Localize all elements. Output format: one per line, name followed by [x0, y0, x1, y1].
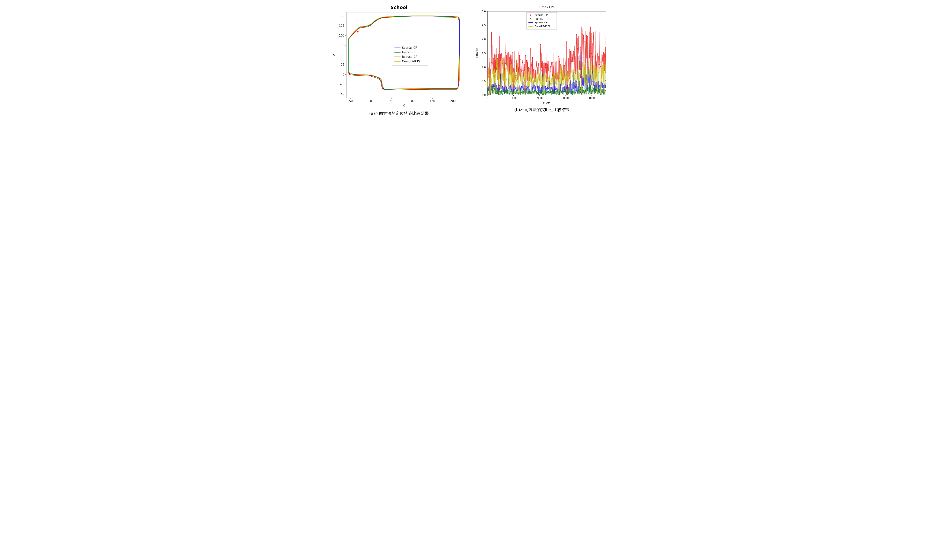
svg-text:0: 0: [370, 99, 372, 103]
svg-text:Index: Index: [543, 101, 550, 104]
svg-text:0: 0: [343, 73, 344, 76]
svg-text:Ours(FR-ICP): Ours(FR-ICP): [402, 60, 420, 63]
svg-text:Ours(FR-ICP): Ours(FR-ICP): [535, 25, 550, 28]
svg-text:Fast-ICP: Fast-ICP: [535, 17, 544, 20]
svg-text:Sparse ICP: Sparse ICP: [402, 46, 417, 49]
svg-text:4000: 4000: [589, 97, 595, 99]
svg-text:-50: -50: [348, 99, 353, 103]
caption-left: (a)不同方法的定位轨迹比较结果: [369, 111, 429, 116]
svg-text:3000: 3000: [563, 97, 569, 99]
svg-point-34: [357, 31, 358, 32]
svg-text:2000: 2000: [537, 97, 543, 99]
svg-text:Sparse ICP: Sparse ICP: [535, 21, 548, 24]
svg-text:Z: Z: [332, 54, 336, 56]
svg-point-1285: [530, 26, 531, 27]
svg-text:0: 0: [487, 97, 488, 99]
svg-text:1000: 1000: [510, 97, 517, 99]
svg-text:X: X: [403, 104, 405, 108]
svg-text:-50: -50: [340, 92, 344, 95]
svg-text:2.0: 2.0: [482, 38, 486, 40]
svg-text:1.5: 1.5: [482, 52, 486, 55]
svg-text:0.0: 0.0: [482, 94, 486, 96]
svg-text:Robust-ICP: Robust-ICP: [402, 55, 417, 58]
svg-text:75: 75: [341, 44, 344, 47]
svg-text:100: 100: [339, 34, 344, 37]
timing-chart: Time / FPS010002000300040000.00.51.01.52…: [474, 4, 610, 105]
figure-row: School-50050100150200-50-250255075100125…: [4, 4, 937, 116]
svg-text:2.5: 2.5: [482, 24, 486, 26]
panel-left: School-50050100150200-50-250255075100125…: [331, 4, 467, 116]
svg-text:25: 25: [341, 63, 344, 66]
svg-text:50: 50: [341, 54, 344, 57]
svg-point-1276: [530, 14, 531, 15]
svg-text:School: School: [391, 5, 407, 10]
svg-text:100: 100: [409, 99, 415, 103]
svg-point-35: [369, 75, 371, 76]
caption-right: (b)不同方法的实时性比较结果: [514, 107, 570, 112]
svg-text:1.0: 1.0: [482, 66, 486, 69]
svg-text:0.5: 0.5: [482, 80, 486, 82]
svg-text:Time / FPS: Time / FPS: [539, 5, 555, 9]
svg-point-1279: [530, 18, 531, 19]
svg-text:150: 150: [339, 14, 344, 18]
svg-text:Robust-ICP: Robust-ICP: [535, 14, 548, 16]
svg-text:3.0: 3.0: [482, 10, 486, 12]
svg-text:Fast-ICP: Fast-ICP: [402, 51, 413, 54]
svg-point-1282: [530, 22, 531, 23]
svg-text:150: 150: [430, 99, 435, 103]
panel-right: Time / FPS010002000300040000.00.51.01.52…: [474, 4, 610, 112]
svg-text:-25: -25: [340, 83, 344, 86]
svg-text:125: 125: [339, 24, 344, 28]
svg-text:200: 200: [450, 99, 456, 103]
svg-text:Time(s): Time(s): [475, 48, 478, 58]
svg-text:50: 50: [390, 99, 393, 103]
trajectory-chart: School-50050100150200-50-250255075100125…: [331, 4, 467, 109]
